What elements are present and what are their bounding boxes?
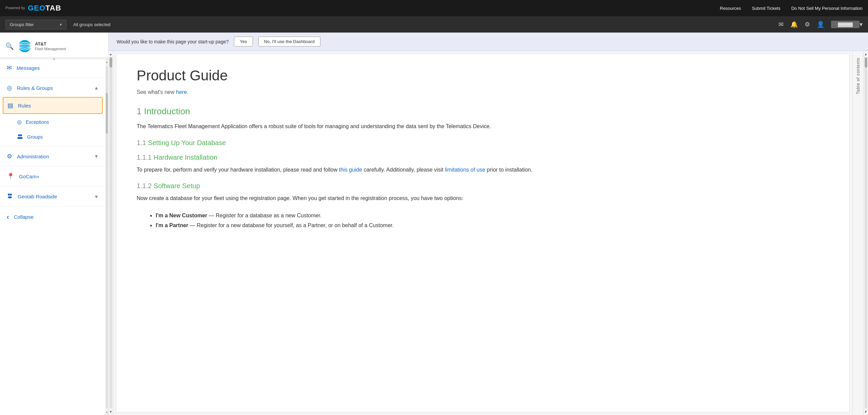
startup-question: Would you like to make this page your st… (117, 39, 229, 44)
section-1-header: 1 Introduction (137, 106, 829, 117)
groups-filter-dropdown[interactable]: Groups filter ▾ (5, 20, 66, 29)
sidebar-search-icon[interactable]: 🔍 (5, 42, 14, 50)
doc-scroll-down-btn[interactable]: ▼ (109, 410, 113, 414)
roadside-chevron: ▼ (94, 194, 99, 199)
sidebar-item-groups[interactable]: Groups (0, 129, 105, 145)
sidebar-item-administration[interactable]: ⚙ Administration ▼ (0, 148, 105, 165)
doc-subtitle-link[interactable]: here (176, 89, 187, 95)
sidebar-scroll-down-arrow[interactable]: ▼ (104, 410, 108, 415)
right-scroll-track (865, 57, 867, 409)
collapse-button[interactable]: ‹ Collapse (0, 208, 105, 225)
messages-label: Messages (17, 65, 99, 71)
sidebar-company-subtitle: Fleet Management (35, 47, 66, 51)
doc-title: Product Guide (137, 67, 829, 84)
doc-subtitle-end: . (187, 89, 188, 95)
document-content: Product Guide See what's new here. 1 Int… (116, 54, 850, 412)
rules-icon: ▤ (7, 102, 13, 109)
sidebar-brand: AT&T Fleet Management (35, 41, 66, 51)
second-bar: Groups filter ▾ All groups selected ✉ 🔔 … (0, 16, 868, 33)
sidebar-item-gocam[interactable]: 📍 GoCam+ (0, 168, 105, 185)
startup-no-button[interactable]: No, I'll use the Dashboard (258, 37, 320, 46)
startup-page-banner: Would you like to make this page your st… (108, 33, 868, 51)
svg-point-9 (10, 194, 12, 196)
right-scroll-up-btn[interactable]: ▲ (864, 52, 868, 56)
sidebar-nav-container: ✉ Messages ◎ Rules & Groups ▲ ▤ Rules (0, 59, 108, 415)
sidebar-scrollbar[interactable]: ▲ ▼ (105, 59, 108, 415)
top-bar-right: Resources Submit Tickets Do Not Sell My … (720, 6, 863, 11)
section-1-1-2-header: 1.1.2 Software Setup (137, 182, 829, 190)
sidebar-scroll-up-arrow[interactable]: ▲ (104, 59, 108, 64)
section-1-1-1-body: To prepare for, perform and verify your … (137, 165, 829, 174)
main-layout: 🔍 AT&T Fleet Management ▲ (0, 33, 868, 415)
user-dropdown-button[interactable]: ▓▓▓▓▓ ▾ (831, 21, 863, 28)
nav-divider-1 (0, 78, 105, 78)
toc-label[interactable]: Table of contents (856, 58, 861, 94)
user-name-label: ▓▓▓▓▓ (831, 21, 860, 28)
doc-subtitle-text: See what's new (137, 89, 176, 95)
section-1-1-2-body: Now create a database for your fleet usi… (137, 194, 829, 203)
table-of-contents-sidebar[interactable]: Table of contents (852, 51, 863, 415)
powered-by-label: Powered by (5, 6, 25, 10)
submit-tickets-link[interactable]: Submit Tickets (752, 6, 781, 11)
doc-scroll-thumb (110, 57, 112, 67)
svg-point-8 (8, 194, 10, 196)
settings-icon-button[interactable]: ⚙ (805, 21, 810, 28)
do-not-sell-link[interactable]: Do Not Sell My Personal Information (791, 6, 863, 11)
roadside-label: Geotab Roadside (18, 194, 89, 199)
right-scroll-thumb (865, 57, 867, 67)
sidebar-item-roadside[interactable]: Geotab Roadside ▼ (0, 188, 105, 205)
gocam-icon: 📍 (7, 173, 14, 180)
list-item-new-customer: I'm a New Customer — Register for a data… (156, 211, 829, 221)
messages-icon: ✉ (7, 64, 12, 72)
svg-point-4 (18, 134, 20, 136)
rules-groups-label: Rules & Groups (17, 85, 89, 91)
rules-label: Rules (18, 103, 98, 108)
administration-icon: ⚙ (7, 153, 12, 160)
doc-scroll-up-btn[interactable]: ▲ (109, 52, 113, 56)
sidebar-item-rules-groups[interactable]: ◎ Rules & Groups ▲ (0, 79, 105, 96)
sidebar-item-rules[interactable]: ▤ Rules (3, 97, 103, 114)
nav-divider-4 (0, 186, 105, 186)
doc-left-scrollbar[interactable]: ▲ ▼ (108, 51, 113, 415)
startup-yes-button[interactable]: Yes (234, 37, 253, 46)
att-logo (18, 39, 32, 53)
section-1-1-2-title: Software Setup (154, 182, 200, 190)
section-1-1-title: Setting Up Your Database (148, 139, 226, 146)
top-navigation-bar: Powered by GEOTAB Resources Submit Ticke… (0, 0, 868, 16)
options-list: I'm a New Customer — Register for a data… (149, 211, 829, 231)
roadside-icon (7, 193, 13, 200)
profile-icon-button[interactable]: 👤 (817, 21, 824, 28)
section-1-1-2-num: 1.1.2 (137, 182, 154, 190)
doc-right-scrollbar[interactable]: ▲ ▼ (863, 51, 868, 415)
collapse-label: Collapse (14, 214, 34, 220)
section-1-1-1-num: 1.1.1 (137, 154, 154, 161)
mail-icon-button[interactable]: ✉ (778, 21, 784, 28)
administration-chevron: ▼ (94, 154, 99, 159)
doc-subtitle: See what's new here. (137, 89, 829, 95)
all-groups-label: All groups selected (73, 22, 111, 27)
sidebar-item-messages[interactable]: ✉ Messages (0, 59, 105, 76)
top-bar-left: Powered by GEOTAB (5, 4, 61, 13)
groups-filter-label: Groups filter (10, 22, 34, 27)
sidebar-logo-area: AT&T Fleet Management (18, 39, 66, 53)
resources-link[interactable]: Resources (720, 6, 741, 11)
sidebar-company-name: AT&T (35, 41, 66, 47)
notification-icon-button[interactable]: 🔔 (790, 21, 798, 28)
sidebar: 🔍 AT&T Fleet Management ▲ (0, 33, 108, 415)
section-1-num: 1 (137, 106, 144, 116)
geotab-logo: GEOTAB (28, 4, 61, 13)
section-1-1-header: 1.1 Setting Up Your Database (137, 139, 829, 147)
section-1-1-1-title: Hardware Installation (154, 154, 217, 161)
sidebar-header: 🔍 AT&T Fleet Management (0, 33, 108, 57)
svg-point-10 (8, 196, 12, 198)
this-guide-link[interactable]: this guide (339, 167, 362, 173)
document-container: ▲ ▼ Product Guide See what's new here. 1… (108, 51, 868, 415)
nav-divider-3 (0, 166, 105, 166)
limitations-link[interactable]: limitations of use (445, 167, 485, 173)
nav-divider-5 (0, 206, 105, 207)
sidebar-item-exceptions[interactable]: ◎ Exceptions (0, 115, 105, 129)
right-scroll-down-btn[interactable]: ▼ (864, 410, 868, 414)
groups-label: Groups (27, 134, 43, 140)
svg-point-5 (20, 134, 22, 136)
section-1-body: The Telematics Fleet Management Applicat… (137, 122, 829, 131)
